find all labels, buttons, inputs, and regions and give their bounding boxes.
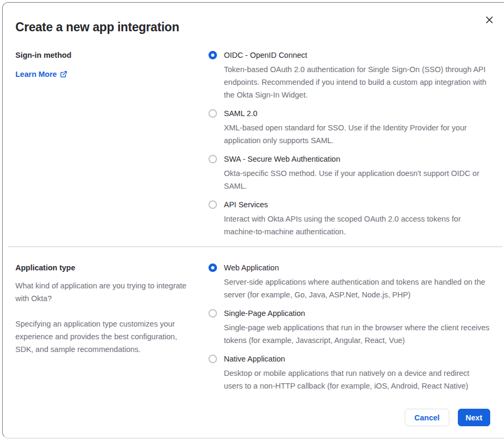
modal-footer: Cancel Next (405, 409, 490, 426)
signin-option-description: Okta-specific SSO method. Use if your ap… (224, 167, 490, 192)
application-type-option[interactable]: Native Application Desktop or mobile app… (208, 353, 501, 392)
signin-option-description: Interact with Okta APIs using the scoped… (224, 213, 490, 238)
application-type-section: Application type What kind of applicatio… (15, 261, 501, 392)
signin-option[interactable]: SWA - Secure Web Authentication Okta-spe… (208, 153, 501, 192)
application-type-option-label[interactable]: Web Application (224, 261, 490, 274)
signin-option[interactable]: OIDC - OpenID Connect Token-based OAuth … (208, 49, 501, 101)
signin-method-label: Sign-in method (15, 49, 196, 61)
radio-button[interactable] (208, 51, 217, 59)
signin-method-section: Sign-in method Learn More OIDC - OpenID … (15, 49, 501, 238)
application-type-radio-group: Web Application Server-side applications… (208, 261, 501, 392)
signin-option-description: Token-based OAuth 2.0 authentication for… (224, 63, 490, 101)
application-type-option-label[interactable]: Single-Page Application (224, 307, 490, 320)
cancel-button[interactable]: Cancel (405, 409, 449, 426)
signin-option-label[interactable]: SAML 2.0 (224, 107, 490, 120)
radio-button[interactable] (208, 200, 217, 209)
create-app-integration-modal: Create a new app integration Sign-in met… (2, 2, 504, 438)
signin-option-label[interactable]: OIDC - OpenID Connect (224, 49, 490, 61)
next-button[interactable]: Next (458, 409, 490, 426)
application-type-option-description: Server-side applications where authentic… (224, 276, 490, 301)
signin-option[interactable]: API Services Interact with Okta APIs usi… (208, 198, 501, 238)
application-type-label: Application type (15, 261, 196, 274)
signin-option-description: XML-based open standard for SSO. Use if … (224, 121, 490, 147)
radio-button[interactable] (208, 109, 217, 118)
close-icon (485, 16, 493, 24)
signin-option-label[interactable]: SWA - Secure Web Authentication (224, 153, 490, 165)
application-type-option-description: Single-page web applications that run in… (224, 321, 490, 347)
radio-button[interactable] (208, 155, 217, 163)
external-link-icon (60, 71, 67, 78)
learn-more-label: Learn More (15, 68, 57, 81)
signin-option-label[interactable]: API Services (224, 198, 490, 211)
radio-button[interactable] (208, 309, 217, 318)
learn-more-link[interactable]: Learn More (15, 68, 67, 81)
page-title: Create a new app integration (3, 3, 504, 34)
radio-button[interactable] (208, 355, 217, 363)
application-type-option[interactable]: Web Application Server-side applications… (208, 261, 501, 301)
radio-button[interactable] (208, 263, 217, 272)
signin-method-radio-group: OIDC - OpenID Connect Token-based OAuth … (208, 49, 501, 238)
application-type-help-text: Specifying an application type customize… (15, 318, 196, 356)
close-button[interactable] (483, 14, 495, 25)
application-type-option-description: Desktop or mobile applications that run … (224, 367, 490, 392)
application-type-option[interactable]: Single-Page Application Single-page web … (208, 307, 501, 347)
section-divider (8, 247, 502, 247)
application-type-option-label[interactable]: Native Application (224, 353, 490, 365)
application-type-question: What kind of application are you trying … (15, 279, 196, 305)
signin-option[interactable]: SAML 2.0 XML-based open standard for SSO… (208, 107, 501, 147)
